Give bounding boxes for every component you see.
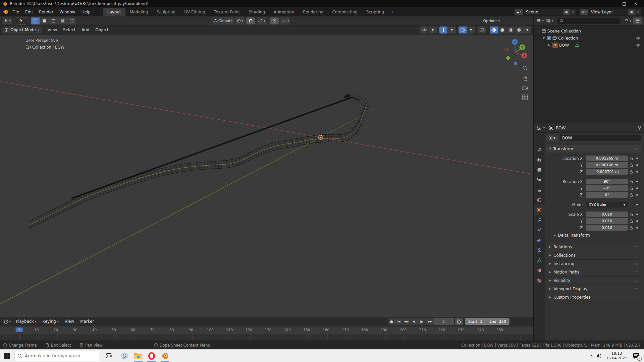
scene-unlink-icon[interactable]: × xyxy=(570,9,576,15)
timeline-menu-marker[interactable]: Marker xyxy=(77,318,97,325)
field-z[interactable]: 0.010 xyxy=(586,225,628,231)
props-tab-material[interactable] xyxy=(534,265,545,276)
panel-drag-handle[interactable]: :::: xyxy=(633,254,639,257)
lock-open-icon[interactable] xyxy=(630,163,633,167)
taskbar-search-box[interactable] xyxy=(14,351,100,361)
view-layer-name-field[interactable]: View Layer xyxy=(588,9,628,15)
task-view-button[interactable] xyxy=(102,350,115,362)
viewport-menu-view[interactable]: View xyxy=(45,26,60,33)
tray-hidden-icons-button[interactable]: ∧ xyxy=(588,354,595,358)
maximize-button[interactable]: □ xyxy=(619,0,630,7)
viewport-menu-add[interactable]: Add xyxy=(78,26,92,33)
animate-cell[interactable] xyxy=(635,164,639,166)
timeline-editor-type-dropdown[interactable]: ▾ xyxy=(3,318,12,325)
current-frame-field[interactable]: 1 xyxy=(433,318,454,325)
field-y[interactable]: 0.000168 m xyxy=(586,162,628,168)
panel-instancing[interactable]: ▶Instancing:::: xyxy=(546,259,641,267)
hide-eye-icon[interactable] xyxy=(636,44,641,47)
viewport-menu-object[interactable]: Object xyxy=(92,26,111,33)
timeline-ruler[interactable]: 1 10203040506070809010011012013014015016… xyxy=(0,326,533,334)
timeline-menu-playback[interactable]: Playback ▾ xyxy=(13,318,39,325)
current-frame-line[interactable] xyxy=(19,334,19,341)
options-dropdown[interactable]: Options▾ xyxy=(482,17,501,24)
next-keyframe-button[interactable]: ▶▶ xyxy=(426,318,433,325)
pin-icon[interactable] xyxy=(638,126,641,130)
tab-shading[interactable]: Shading xyxy=(244,8,269,16)
viewport-pan-hand-icon[interactable] xyxy=(522,75,528,81)
gizmo-neg-x-axis[interactable] xyxy=(505,48,508,51)
panel-visibility[interactable]: ▶Visibility:::: xyxy=(546,276,641,284)
props-tab-world[interactable] xyxy=(534,195,545,205)
gizmo-neg-z-axis[interactable] xyxy=(514,62,517,65)
tab-rendering[interactable]: Rendering xyxy=(299,8,328,16)
new-workspace-button[interactable]: + xyxy=(388,8,397,16)
snap-toggle-button[interactable] xyxy=(246,17,255,24)
panel-drag-handle[interactable]: :::: xyxy=(633,262,639,265)
lock-open-icon[interactable] xyxy=(630,193,633,197)
props-tab-object-data[interactable] xyxy=(534,255,545,265)
animate-cell[interactable] xyxy=(635,194,639,196)
object-name-field[interactable]: BOW xyxy=(559,135,641,141)
lock-open-icon[interactable] xyxy=(630,170,633,174)
expander-icon[interactable]: ▼ xyxy=(542,37,546,40)
frame-end-field[interactable]: End250 xyxy=(486,318,509,325)
animate-cell[interactable] xyxy=(635,158,639,159)
props-tab-output[interactable] xyxy=(534,165,545,175)
proportional-falloff-dropdown[interactable]: ▾ xyxy=(280,17,290,24)
collection-checkbox[interactable]: ✓ xyxy=(547,36,551,40)
field-mode[interactable]: XYZ Euler▾ xyxy=(586,202,628,207)
proportional-editing-button[interactable] xyxy=(270,17,279,24)
shading-rendered-button[interactable] xyxy=(515,26,523,34)
outliner-filter-dropdown[interactable]: ▾ xyxy=(624,17,632,24)
tab-scripting[interactable]: Scripting xyxy=(362,8,388,16)
field-y[interactable]: -0° xyxy=(586,185,628,191)
xray-toggle-button[interactable] xyxy=(478,26,486,34)
transform-panel-header[interactable]: ▼ Transform :::: xyxy=(546,145,641,153)
select-mode-invert-button[interactable] xyxy=(58,17,67,24)
lock-open-icon[interactable] xyxy=(630,157,633,160)
props-tab-physics[interactable] xyxy=(534,235,545,245)
shading-wireframe-button[interactable] xyxy=(490,26,498,34)
shading-dropdown-carat[interactable]: ▾ xyxy=(523,26,531,34)
tab-uv-editing[interactable]: UV Editing xyxy=(180,8,210,16)
panel-custom-properties[interactable]: ▶Custom Properties:::: xyxy=(546,293,641,301)
props-tab-particles[interactable] xyxy=(534,225,545,235)
minimize-button[interactable]: − xyxy=(607,0,619,7)
outliner-row-bow[interactable]: ▶BOW xyxy=(534,42,644,49)
props-tab-scene[interactable] xyxy=(534,185,545,195)
shading-solid-button[interactable] xyxy=(498,26,506,34)
overlays-dropdown-carat[interactable]: ▾ xyxy=(467,26,475,34)
outliner-search-box[interactable] xyxy=(557,18,621,24)
active-tool-dropdown[interactable]: ▾ xyxy=(3,17,12,24)
select-mode-subtract-button[interactable] xyxy=(49,17,58,24)
start-button[interactable] xyxy=(0,350,14,362)
select-box-tool-button[interactable] xyxy=(17,17,26,24)
animate-cell[interactable] xyxy=(635,204,639,205)
blender-logo-icon[interactable] xyxy=(3,9,9,14)
animate-cell[interactable] xyxy=(635,214,639,215)
volume-icon[interactable] xyxy=(596,353,602,358)
taskbar-clock[interactable]: 18:13 16.04.2021 xyxy=(603,351,630,361)
props-tab-tool[interactable] xyxy=(534,145,545,155)
object-id-icon-dropdown[interactable]: ▾ xyxy=(546,135,558,141)
notification-center-button[interactable]: 2 xyxy=(631,351,641,361)
tab-sculpting[interactable]: Sculpting xyxy=(152,8,180,16)
lock-open-icon[interactable] xyxy=(630,219,633,223)
field-scale-x[interactable]: 0.010 xyxy=(586,212,628,217)
field-location-x[interactable]: 0.001269 m xyxy=(586,156,628,161)
timeline-track-area[interactable] xyxy=(0,334,533,341)
panel-relations[interactable]: ▶Relations:::: xyxy=(546,243,641,251)
panel-motion-paths[interactable]: ▶Motion Paths:::: xyxy=(546,268,641,276)
lock-open-icon[interactable] xyxy=(630,186,633,190)
props-tab-object[interactable] xyxy=(534,205,545,215)
gizmos-dropdown-carat[interactable]: ▾ xyxy=(448,26,456,34)
props-tab-render[interactable] xyxy=(534,155,545,165)
view-layer-icon[interactable]: ▥▾ xyxy=(580,9,588,15)
tab-animation[interactable]: Animation xyxy=(269,8,299,16)
shading-material-button[interactable] xyxy=(506,26,515,34)
scene-name-field[interactable]: Scene xyxy=(523,9,563,15)
props-tab-constraints[interactable] xyxy=(534,245,545,255)
viewport-ortho-grid-icon[interactable] xyxy=(522,95,528,100)
field-z[interactable]: 0° xyxy=(586,192,628,198)
tab-modeling[interactable]: Modeling xyxy=(125,8,153,16)
